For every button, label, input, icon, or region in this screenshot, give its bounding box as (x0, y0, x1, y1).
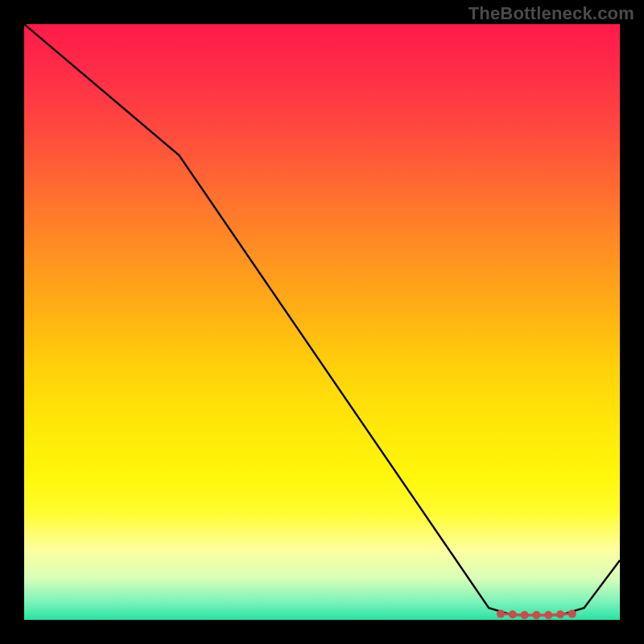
series-curve (24, 24, 620, 615)
curve-line (24, 24, 620, 615)
flat-marker-dot (521, 611, 529, 619)
chart-svg (24, 24, 620, 620)
flat-marker-dot (497, 610, 505, 618)
chart-frame: TheBottleneck.com (0, 0, 644, 644)
series-flat-markers (497, 610, 576, 620)
flat-marker-dot (544, 611, 552, 619)
flat-marker-dot (532, 611, 540, 619)
watermark-text: TheBottleneck.com (469, 3, 634, 24)
plot-area (24, 24, 620, 620)
flat-marker-dot (509, 610, 517, 618)
flat-marker-dot (556, 610, 564, 618)
flat-marker-dot (568, 610, 576, 618)
